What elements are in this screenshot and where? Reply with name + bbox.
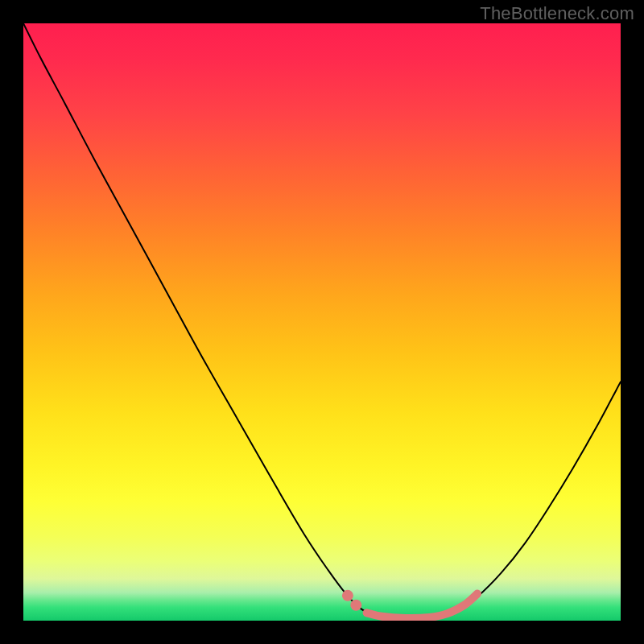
highlight-dot xyxy=(350,600,361,611)
chart-background xyxy=(23,23,621,621)
plot-area xyxy=(23,23,621,621)
chart-frame: TheBottleneck.com xyxy=(0,0,644,644)
bottleneck-chart xyxy=(23,23,621,621)
highlight-dot xyxy=(342,590,353,601)
watermark-text: TheBottleneck.com xyxy=(480,3,634,24)
